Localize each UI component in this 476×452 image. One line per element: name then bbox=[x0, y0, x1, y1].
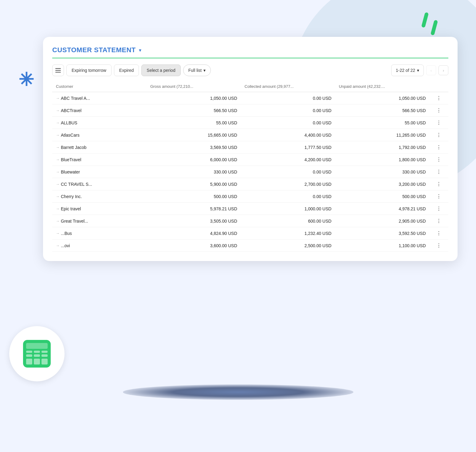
collected-amount-cell: 4,200.00 USD bbox=[241, 154, 335, 166]
table-row[interactable]: → Barrett Jacob 3,569.50 USD 1,777.50 US… bbox=[52, 141, 448, 154]
row-more-button[interactable]: ⋮ bbox=[430, 215, 448, 227]
calc-btn bbox=[26, 351, 32, 353]
calc-btn bbox=[26, 354, 32, 357]
customer-name-text: ABCTravel bbox=[61, 108, 81, 113]
unpaid-amount-cell: 3,592.50 USD bbox=[335, 227, 430, 240]
customer-cell: → AtlasCars bbox=[52, 129, 147, 141]
expiring-tomorrow-button[interactable]: Expiring tomorrow bbox=[66, 64, 112, 76]
customer-name-text: ABC Travel A... bbox=[61, 96, 90, 101]
pagination-button[interactable]: 1-22 of 22 ▾ bbox=[391, 64, 424, 76]
table-row[interactable]: → ...ovi 3,600.00 USD 2,500.00 USD 1,100… bbox=[52, 240, 448, 252]
menu-button[interactable] bbox=[52, 64, 64, 76]
row-more-button[interactable]: ⋮ bbox=[430, 227, 448, 240]
calc-buttons bbox=[26, 351, 48, 357]
title-dropdown-icon[interactable]: ▾ bbox=[139, 47, 141, 53]
calc-btn bbox=[34, 354, 40, 357]
table-header-row: Customer Gross amount (72,210... Collect… bbox=[52, 81, 448, 92]
pagination-icon: ▾ bbox=[417, 68, 419, 73]
row-more-button[interactable]: ⋮ bbox=[430, 129, 448, 141]
collected-amount-cell: 2,700.00 USD bbox=[241, 178, 335, 190]
row-arrow-icon: → bbox=[56, 170, 60, 174]
customer-cell: → Bluewater bbox=[52, 166, 147, 178]
table-row[interactable]: → Cherry Inc. 500.00 USD 0.00 USD 500.00… bbox=[52, 190, 448, 203]
row-more-button[interactable]: ⋮ bbox=[430, 141, 448, 154]
gross-amount-cell: 330.00 USD bbox=[147, 166, 241, 178]
table-row[interactable]: → ABC Travel A... 1,050.00 USD 0.00 USD … bbox=[52, 92, 448, 104]
collected-amount-cell: 0.00 USD bbox=[241, 92, 335, 104]
calc-btn bbox=[34, 359, 40, 364]
row-more-button[interactable]: ⋮ bbox=[430, 203, 448, 215]
table-row[interactable]: → Great Travel... 3,505.00 USD 600.00 US… bbox=[52, 215, 448, 227]
customer-cell: → Great Travel... bbox=[52, 215, 147, 227]
gross-amount-cell: 15,665.00 USD bbox=[147, 129, 241, 141]
unpaid-amount-cell: 330.00 USD bbox=[335, 166, 430, 178]
row-more-button[interactable]: ⋮ bbox=[430, 154, 448, 166]
table-row[interactable]: → ABCTravel 566.50 USD 0.00 USD 566.50 U… bbox=[52, 104, 448, 117]
calc-screen bbox=[26, 343, 48, 349]
customer-name-text: Cherry Inc. bbox=[61, 194, 82, 199]
expired-button[interactable]: Expired bbox=[114, 64, 139, 76]
customer-cell: → ALLBUS bbox=[52, 117, 147, 129]
customer-name-text: AtlasCars bbox=[61, 133, 80, 138]
calc-btn bbox=[41, 351, 48, 353]
gross-amount-cell: 5,900.00 USD bbox=[147, 178, 241, 190]
customer-cell: → Cherry Inc. bbox=[52, 190, 147, 203]
customer-name-text: Barrett Jacob bbox=[61, 145, 86, 150]
calc-btn bbox=[41, 354, 48, 357]
row-arrow-icon: → bbox=[56, 207, 60, 211]
card-header: CUSTOMER STATEMENT ▾ bbox=[52, 46, 448, 58]
collected-amount-cell: 600.00 USD bbox=[241, 215, 335, 227]
calculator-icon bbox=[23, 340, 51, 368]
row-more-button[interactable]: ⋮ bbox=[430, 190, 448, 203]
gross-amount-cell: 6,000.00 USD bbox=[147, 154, 241, 166]
table-row[interactable]: → AtlasCars 15,665.00 USD 4,400.00 USD 1… bbox=[52, 129, 448, 141]
full-list-button[interactable]: Full list ▾ bbox=[183, 64, 211, 76]
unpaid-amount-cell: 1,050.00 USD bbox=[335, 92, 430, 104]
gross-amount-cell: 4,824.90 USD bbox=[147, 227, 241, 240]
row-arrow-icon: → bbox=[56, 244, 60, 248]
row-more-button[interactable]: ⋮ bbox=[430, 104, 448, 117]
toolbar: Expiring tomorrow Expired Select a perio… bbox=[52, 64, 448, 76]
gross-amount-cell: 5,978.21 USD bbox=[147, 203, 241, 215]
menu-line bbox=[55, 72, 61, 72]
table-row[interactable]: → ALLBUS 55.00 USD 0.00 USD 55.00 USD ⋮ bbox=[52, 117, 448, 129]
gross-amount-cell: 1,050.00 USD bbox=[147, 92, 241, 104]
row-arrow-icon: → bbox=[56, 133, 60, 137]
row-arrow-icon: → bbox=[56, 145, 60, 150]
gross-amount-cell: 3,569.50 USD bbox=[147, 141, 241, 154]
collected-amount-cell: 1,000.00 USD bbox=[241, 203, 335, 215]
select-period-button[interactable]: Select a period bbox=[141, 64, 180, 76]
table-row[interactable]: → ...Bus 4,824.90 USD 1,232.40 USD 3,592… bbox=[52, 227, 448, 240]
next-page-button[interactable]: › bbox=[439, 65, 448, 75]
table-row[interactable]: → Bluewater 330.00 USD 0.00 USD 330.00 U… bbox=[52, 166, 448, 178]
row-more-button[interactable]: ⋮ bbox=[430, 240, 448, 252]
page-title: CUSTOMER STATEMENT bbox=[52, 46, 136, 54]
customer-cell: → ...ovi bbox=[52, 240, 147, 252]
row-arrow-icon: → bbox=[56, 108, 60, 113]
row-arrow-icon: → bbox=[56, 96, 60, 100]
table-row[interactable]: → BlueTravel 6,000.00 USD 4,200.00 USD 1… bbox=[52, 154, 448, 166]
table-row[interactable]: → CC TRAVEL S... 5,900.00 USD 2,700.00 U… bbox=[52, 178, 448, 190]
asterisk-decoration: ✳ bbox=[18, 71, 34, 89]
unpaid-amount-cell: 3,200.00 USD bbox=[335, 178, 430, 190]
collected-amount-cell: 0.00 USD bbox=[241, 190, 335, 203]
row-more-button[interactable]: ⋮ bbox=[430, 92, 448, 104]
unpaid-amount-cell: 1,100.00 USD bbox=[335, 240, 430, 252]
calc-btn bbox=[26, 359, 32, 364]
row-more-button[interactable]: ⋮ bbox=[430, 178, 448, 190]
gross-amount-cell: 3,505.00 USD bbox=[147, 215, 241, 227]
row-more-button[interactable]: ⋮ bbox=[430, 166, 448, 178]
collected-amount-cell: 1,232.40 USD bbox=[241, 227, 335, 240]
prev-page-button[interactable]: ‹ bbox=[426, 65, 436, 75]
unpaid-amount-cell: 55.00 USD bbox=[335, 117, 430, 129]
customer-cell: → Epic travel bbox=[52, 203, 147, 215]
row-more-button[interactable]: ⋮ bbox=[430, 117, 448, 129]
col-header-customer: Customer bbox=[52, 81, 147, 92]
table-row[interactable]: → Epic travel 5,978.21 USD 1,000.00 USD … bbox=[52, 203, 448, 215]
collected-amount-cell: 4,400.00 USD bbox=[241, 129, 335, 141]
pagination-label: 1-22 of 22 bbox=[396, 68, 415, 73]
gross-amount-cell: 55.00 USD bbox=[147, 117, 241, 129]
table-header: Customer Gross amount (72,210... Collect… bbox=[52, 81, 448, 92]
customer-table: Customer Gross amount (72,210... Collect… bbox=[52, 81, 448, 252]
unpaid-amount-cell: 2,905.00 USD bbox=[335, 215, 430, 227]
